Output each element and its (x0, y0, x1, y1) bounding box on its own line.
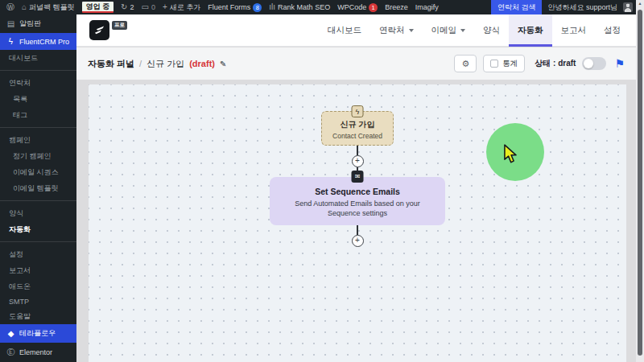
wp-admin-bar: Ⓦ ⌂ 퍼널팩 템플릿 영업 중 ↻ 2 (0, 0, 636, 14)
scrollbar-up-arrow-icon[interactable]: ▲ (636, 1, 644, 6)
admin-bar-item[interactable]: 영업 중 (82, 2, 114, 13)
home-icon: ⌂ (22, 0, 27, 14)
mouse-cursor-icon (501, 144, 520, 165)
notification-count-badge: 1 (369, 3, 378, 12)
scrollbar: ▲ (636, 0, 644, 362)
chevron-down-icon (460, 29, 465, 32)
avatar[interactable] (623, 2, 633, 12)
add-step-button[interactable] (352, 235, 364, 247)
sidebar-item[interactable]: 이메일 시퀀스 (0, 164, 76, 180)
sidebar-item[interactable]: 대시보드 (0, 50, 76, 66)
gear-icon: ⚙ (461, 59, 469, 69)
sidebar-item[interactable] (0, 70, 76, 71)
admin-bar-item[interactable]: Ⓦ (6, 0, 14, 14)
sidebar-item[interactable]: Ⓔ Elementor (0, 343, 76, 362)
automation-canvas: 신규 가입 Contact Created Set Sequence Email… (89, 84, 626, 362)
nav-tab[interactable]: 보고서 (552, 14, 596, 47)
nav-tab[interactable]: 양식 (474, 14, 509, 47)
admin-bar-item[interactable]: ılı Rank Math SEO (269, 0, 330, 14)
sidebar-item[interactable]: ϟ FluentCRM Pro (0, 33, 76, 50)
sidebar-item[interactable] (0, 127, 76, 128)
chevron-down-icon (409, 29, 414, 32)
nav-tab[interactable]: 자동화 (509, 14, 552, 47)
sidebar-item[interactable]: 이메일 템플릿 (0, 180, 76, 196)
admin-bar-item[interactable]: Imagify (415, 0, 439, 14)
admin-bar-item[interactable]: ▭ 0 (141, 0, 155, 14)
admin-bar-item[interactable]: + 새로 추가 (163, 0, 200, 14)
contact-search-button[interactable]: 연락처 검색 (491, 0, 543, 14)
trigger-title: 신규 가입 (327, 119, 388, 130)
sidebar-item[interactable] (0, 200, 76, 201)
funnel-flow: 신규 가입 Contact Created Set Sequence Email… (261, 84, 454, 247)
notification-count-badge: 8 (253, 3, 262, 12)
sidebar-item[interactable]: 태그 (0, 107, 76, 123)
connector-line (357, 225, 358, 235)
sidebar-item[interactable]: 애드온 (0, 278, 76, 294)
trigger-subtitle: Contact Created (327, 132, 388, 140)
admin-bar-item[interactable]: Breeze (385, 0, 408, 14)
dashboard-icon: ▤ (6, 19, 15, 28)
nav-tab[interactable]: 이메일 (423, 14, 475, 47)
breadcrumb-section[interactable]: 자동화 퍼널 (88, 58, 134, 70)
pro-badge: 프로 (112, 21, 127, 30)
admin-bar-item[interactable]: ↻ 2 (121, 0, 134, 14)
admin-bar-item[interactable]: WPCode 1 (337, 0, 378, 14)
sidebar-item[interactable]: 캠페인 (0, 132, 76, 148)
scrollbar-thumb[interactable] (638, 10, 642, 356)
sidebar-item[interactable]: 정기 캠페인 (0, 148, 76, 164)
plus-icon: + (163, 0, 167, 14)
sidebar-item[interactable]: 보고서 (0, 262, 76, 278)
wordpress-logo-icon: Ⓦ (6, 0, 14, 14)
draft-status-label: (draft) (189, 59, 215, 68)
status-label: 상태 : draft (535, 58, 576, 69)
elementor-icon: Ⓔ (6, 347, 15, 358)
chart-icon: ılı (269, 0, 275, 14)
nav-tab[interactable]: 대시보드 (319, 14, 370, 47)
stats-toggle-button[interactable]: 통계 (483, 55, 525, 72)
edit-pencil-icon[interactable]: ✎ (220, 60, 226, 68)
bolt-icon (352, 105, 364, 117)
sidebar-item[interactable]: 목록 (0, 91, 76, 107)
sidebar-item[interactable]: 연락처 (0, 75, 76, 91)
settings-button[interactable]: ⚙ (454, 55, 477, 72)
sidebar-item[interactable]: SMTP (0, 294, 76, 308)
nav-tab[interactable]: 연락처 (370, 14, 423, 47)
fluentcrm-logo-icon: ϟ (6, 37, 15, 46)
admin-bar-item[interactable]: Fluent Forms 8 (208, 0, 262, 14)
sidebar-item[interactable]: 자동화 (0, 221, 76, 237)
sidebar-item[interactable]: ◆ 테라플로우 (0, 324, 76, 343)
action-subtitle: Send Automated Emails based on your Sequ… (281, 199, 434, 218)
updates-icon: ↻ (121, 0, 127, 14)
fluentcrm-nav-bar: 프로 대시보드 연락처 이메일 (76, 14, 636, 47)
nav-tab[interactable]: 설정 (595, 14, 630, 47)
fluentcrm-logo-icon (89, 20, 109, 40)
sidebar-item[interactable] (0, 241, 76, 242)
funnel-title: 신규 가입 (147, 58, 184, 70)
stats-checkbox (490, 60, 498, 68)
action-node[interactable]: Set Sequence Emails Send Automated Email… (270, 177, 445, 225)
breadcrumb: 자동화 퍼널 / 신규 가입 (draft) ✎ (88, 58, 226, 70)
sidebar-item[interactable]: 도움말 (0, 308, 76, 324)
fluentcrm-automation-screen: Ⓦ ⌂ 퍼널팩 템플릿 영업 중 ↻ 2 (0, 0, 644, 362)
shield-icon: ◆ (6, 329, 15, 338)
fluentcrm-logo[interactable]: 프로 (89, 20, 127, 40)
sidebar-item[interactable]: 양식 (0, 205, 76, 221)
sidebar-item[interactable]: ▤ 알림판 (0, 14, 76, 33)
action-title: Set Sequence Emails (281, 187, 434, 196)
comments-icon: ▭ (141, 0, 148, 14)
main-area: 프로 대시보드 연락처 이메일 (76, 14, 636, 362)
connector-line (357, 146, 358, 155)
funnel-toolbar: 자동화 퍼널 / 신규 가입 (draft) ✎ ⚙ 통계 상태 : draft… (76, 47, 636, 80)
admin-bar-item[interactable]: ⌂ 퍼널팩 템플릿 (22, 0, 75, 14)
flag-icon[interactable]: ⚑ (614, 57, 625, 70)
status-toggle[interactable] (582, 57, 606, 70)
add-step-button[interactable] (352, 155, 364, 167)
cursor-click-highlight (486, 123, 544, 181)
user-greeting[interactable]: 안녕하세요 support님 (547, 2, 617, 13)
sidebar-item[interactable]: 설정 (0, 246, 76, 262)
trigger-node[interactable]: 신규 가입 Contact Created (321, 111, 394, 146)
email-icon (352, 171, 364, 183)
wp-sidebar-menu: ▤ 알림판 ϟ FluentCRM Pro 대시보드 연락처 (0, 14, 76, 362)
content-region: 신규 가입 Contact Created Set Sequence Email… (76, 80, 636, 362)
